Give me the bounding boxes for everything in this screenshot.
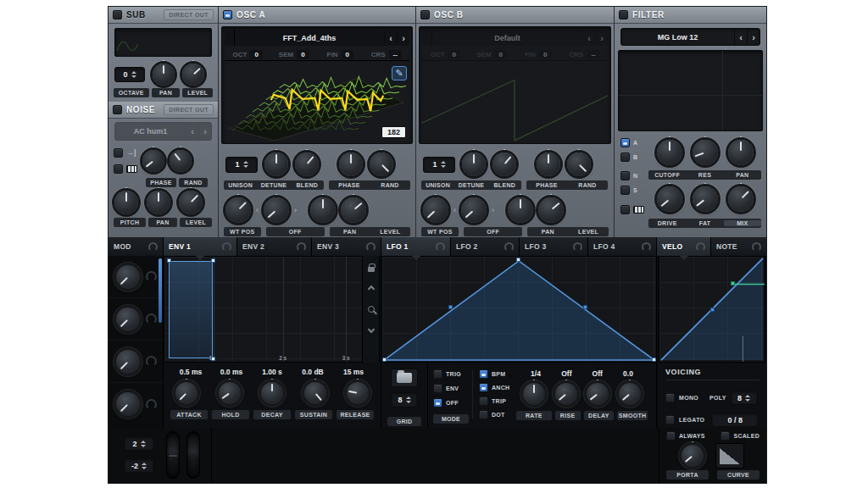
osc-b-sem-field[interactable]: SEM0 [469, 50, 515, 59]
filter-mix-knob[interactable] [728, 186, 754, 212]
osc-a-phase-knob[interactable] [339, 152, 363, 176]
tab-lfo4[interactable]: LFO 4 [588, 237, 657, 256]
osc-b-enable-checkbox[interactable] [420, 10, 430, 19]
osc-a-fin-field[interactable]: FIN0 [317, 50, 364, 59]
filter-pan-knob[interactable] [728, 140, 754, 165]
lfo-delay-knob[interactable] [587, 383, 609, 405]
velo-display[interactable] [659, 256, 765, 363]
mod-wheel[interactable] [186, 431, 200, 479]
osc-b-level-knob[interactable] [538, 197, 564, 223]
noise-phase-knob[interactable] [142, 150, 164, 172]
env1-display[interactable]: 1 2 s 3 s [164, 256, 363, 363]
filter-enable-checkbox[interactable] [619, 10, 628, 19]
osc-a-detune-knob[interactable] [264, 152, 288, 176]
noise-oneshot-checkbox[interactable] [114, 148, 123, 158]
wavetable-edit-button[interactable]: ✎ [392, 66, 407, 80]
warp-next-icon[interactable]: › [492, 206, 494, 214]
lfo-point-handle[interactable] [652, 358, 656, 362]
filter-drive-knob[interactable] [657, 186, 682, 212]
tab-lfo2[interactable]: LFO 2 [451, 237, 520, 256]
filter-keytrack-checkbox[interactable] [620, 205, 630, 214]
lfo1-display[interactable] [381, 256, 657, 363]
filter-route-s-checkbox[interactable] [620, 186, 630, 195]
lfo-rise-knob[interactable] [555, 383, 577, 405]
tab-velo[interactable]: VELO [657, 237, 711, 256]
stepper-arrows-icon[interactable] [131, 71, 136, 78]
filter-route-b-checkbox[interactable] [620, 152, 630, 162]
sub-level-knob[interactable] [182, 64, 204, 86]
stepper-arrows-icon[interactable] [745, 395, 750, 402]
tab-mod[interactable]: MOD [108, 237, 164, 256]
tab-env3[interactable]: ENV 3 [312, 237, 381, 256]
lfo-rate-knob[interactable] [523, 383, 545, 405]
osc-a-preset-dropdown[interactable]: FFT_Add_4ths ‹ › [225, 30, 409, 46]
env-attack-handle[interactable] [167, 258, 171, 263]
osc-b-pan-knob[interactable] [508, 197, 533, 223]
bend-down-stepper[interactable]: -2 [124, 458, 154, 473]
sub-pan-knob[interactable] [153, 64, 175, 86]
filter-prev-icon[interactable]: ‹ [734, 29, 747, 45]
poly-stepper[interactable]: 8 [731, 391, 758, 405]
zoom-icon[interactable] [368, 306, 375, 313]
osc-a-wavetable-display[interactable]: ✎ 182 [222, 61, 412, 144]
env-decay-handle[interactable] [211, 357, 215, 361]
osc-a-preset-menu-icon[interactable] [225, 30, 235, 46]
mod-slot-1[interactable] [108, 256, 163, 298]
lfo-trig-checkbox[interactable] [433, 369, 442, 379]
tab-env2[interactable]: ENV 2 [237, 237, 312, 256]
stepper-arrows-icon[interactable] [243, 161, 248, 168]
osc-b-preset-menu-icon[interactable] [422, 30, 432, 46]
mod-slot-2[interactable] [108, 298, 163, 341]
osc-b-warp-knob[interactable] [461, 197, 487, 223]
osc-a-level-knob[interactable] [341, 197, 366, 223]
filter-route-a-checkbox[interactable] [620, 138, 630, 147]
osc-b-next-preset-icon[interactable]: › [595, 30, 608, 46]
chevron-up-icon[interactable] [367, 286, 374, 292]
filter-route-n-checkbox[interactable] [620, 171, 630, 180]
osc-b-wavetable-display[interactable] [420, 61, 610, 144]
legato-checkbox[interactable] [665, 415, 675, 424]
filter-response-display[interactable] [618, 50, 763, 131]
osc-b-rand-knob[interactable] [567, 152, 591, 176]
stepper-arrows-icon[interactable] [141, 441, 146, 447]
osc-a-pan-knob[interactable] [310, 197, 336, 223]
tab-env1[interactable]: ENV 1 [164, 237, 237, 256]
filter-fat-knob[interactable] [693, 186, 718, 212]
lock-icon[interactable] [368, 267, 375, 272]
lfo-smooth-knob[interactable] [619, 383, 641, 405]
next-preset-icon[interactable]: › [198, 123, 211, 140]
noise-rand-knob[interactable] [170, 150, 192, 172]
lfo-trip-checkbox[interactable] [479, 396, 488, 406]
filter-next-icon[interactable]: › [747, 29, 760, 45]
porta-knob[interactable] [682, 445, 704, 467]
env-decay-knob[interactable] [261, 382, 283, 404]
osc-a-enable-checkbox[interactable] [223, 10, 232, 19]
osc-b-fin-field[interactable]: FIN0 [515, 50, 562, 59]
osc-a-crs-field[interactable]: CRS-- [364, 50, 410, 59]
lfo-curve-handle[interactable] [583, 305, 587, 309]
porta-scaled-checkbox[interactable] [721, 431, 730, 441]
env-hold-handle[interactable] [211, 258, 215, 263]
porta-curve-display[interactable] [715, 443, 744, 469]
env-release-knob[interactable] [347, 382, 369, 404]
lfo-curve-handle[interactable] [448, 305, 453, 309]
lfo-bpm-checkbox[interactable] [479, 369, 488, 379]
mod-scrollbar[interactable] [159, 258, 162, 323]
velo-mid-handle[interactable] [710, 308, 715, 312]
pitch-wheel[interactable] [166, 431, 180, 479]
noise-keytrack-checkbox[interactable] [114, 164, 123, 174]
osc-a-blend-knob[interactable] [295, 152, 319, 176]
noise-pan-knob[interactable] [147, 191, 170, 214]
bend-up-stepper[interactable]: 2 [124, 436, 154, 451]
osc-b-oct-field[interactable]: OCT0 [422, 50, 469, 59]
noise-preset-dropdown[interactable]: AC hum1 ‹ › [114, 122, 212, 141]
tab-lfo3[interactable]: LFO 3 [520, 237, 588, 256]
lfo-env-checkbox[interactable] [433, 384, 442, 393]
noise-pitch-knob[interactable] [114, 191, 138, 214]
osc-b-detune-knob[interactable] [462, 152, 486, 176]
lfo-off-checkbox[interactable] [433, 398, 442, 408]
osc-a-warp-knob[interactable] [264, 197, 289, 223]
env-attack-knob[interactable] [175, 382, 198, 404]
lfo-point-handle[interactable] [382, 358, 387, 362]
osc-b-phase-knob[interactable] [537, 152, 560, 176]
